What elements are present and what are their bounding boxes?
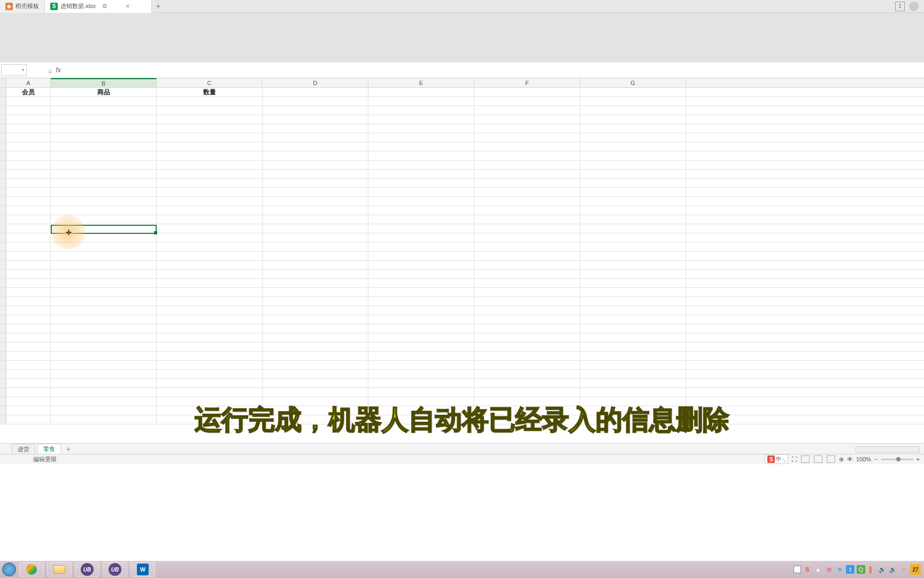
- cell[interactable]: [474, 133, 580, 142]
- cell[interactable]: [474, 352, 580, 360]
- cell[interactable]: [580, 124, 686, 133]
- cell[interactable]: [263, 133, 368, 142]
- row-header[interactable]: [0, 151, 6, 160]
- name-box[interactable]: ▾: [1, 64, 27, 76]
- cell[interactable]: [263, 188, 368, 196]
- cell[interactable]: [51, 124, 157, 133]
- cell[interactable]: [157, 361, 263, 369]
- row-header[interactable]: [0, 261, 6, 269]
- cell[interactable]: [580, 370, 686, 378]
- cell[interactable]: [157, 352, 263, 360]
- cell[interactable]: [368, 188, 474, 196]
- cell[interactable]: [6, 406, 51, 415]
- cell[interactable]: [474, 370, 580, 378]
- cell[interactable]: [157, 206, 263, 215]
- cell[interactable]: [580, 361, 686, 369]
- cell[interactable]: [263, 142, 368, 151]
- row-header[interactable]: [0, 297, 6, 306]
- row-header[interactable]: [0, 343, 6, 351]
- col-header-e[interactable]: E: [368, 78, 474, 87]
- cell[interactable]: [580, 343, 686, 351]
- cell[interactable]: [580, 306, 686, 315]
- cell[interactable]: [474, 306, 580, 315]
- cell[interactable]: [6, 224, 51, 233]
- horizontal-scrollbar[interactable]: [856, 446, 920, 453]
- cell[interactable]: [368, 352, 474, 360]
- cell[interactable]: [6, 270, 51, 278]
- cell[interactable]: [368, 106, 474, 115]
- tray-t-icon[interactable]: t: [846, 565, 854, 574]
- cell[interactable]: [368, 297, 474, 306]
- cell[interactable]: [6, 379, 51, 387]
- cell[interactable]: [580, 179, 686, 187]
- cell[interactable]: [6, 242, 51, 251]
- cell[interactable]: [368, 124, 474, 133]
- cell[interactable]: [368, 379, 474, 387]
- tab-spreadsheet[interactable]: S 进销数据.xlsx ⧉ ×: [45, 0, 152, 13]
- cell[interactable]: [263, 370, 368, 378]
- cell[interactable]: [6, 188, 51, 196]
- formula-input[interactable]: [63, 64, 924, 76]
- tray-volume-icon[interactable]: 🔊: [878, 565, 887, 574]
- cell[interactable]: [368, 161, 474, 169]
- zoom-value[interactable]: 100%: [856, 456, 871, 462]
- cell[interactable]: [51, 406, 157, 415]
- row-header[interactable]: [0, 270, 6, 278]
- cell[interactable]: [580, 206, 686, 215]
- cell[interactable]: [6, 133, 51, 142]
- taskbar-ub1[interactable]: UB: [75, 562, 99, 577]
- cell[interactable]: [368, 151, 474, 160]
- cell[interactable]: [263, 161, 368, 169]
- cell[interactable]: [580, 142, 686, 151]
- tray-sun-icon[interactable]: ☀: [899, 565, 908, 574]
- cell[interactable]: [368, 206, 474, 215]
- cell[interactable]: [368, 215, 474, 224]
- cell[interactable]: [580, 106, 686, 115]
- cell[interactable]: [474, 215, 580, 224]
- cell[interactable]: [580, 224, 686, 233]
- cell[interactable]: [580, 88, 686, 96]
- cell[interactable]: [474, 115, 580, 124]
- cell[interactable]: [474, 88, 580, 96]
- cell[interactable]: [474, 315, 580, 324]
- cell[interactable]: [157, 324, 263, 333]
- cell[interactable]: [51, 297, 157, 306]
- cell[interactable]: [580, 315, 686, 324]
- cell[interactable]: [368, 88, 474, 96]
- cell[interactable]: [580, 333, 686, 342]
- row-header[interactable]: [0, 197, 6, 206]
- cell[interactable]: [6, 97, 51, 105]
- cell[interactable]: [157, 142, 263, 151]
- cell[interactable]: [580, 288, 686, 296]
- tray-date[interactable]: 27: [910, 564, 921, 575]
- cell[interactable]: [263, 379, 368, 387]
- cell[interactable]: [580, 352, 686, 360]
- cell[interactable]: [51, 352, 157, 360]
- cell[interactable]: [368, 333, 474, 342]
- row-header[interactable]: [0, 233, 6, 242]
- row-header[interactable]: [0, 315, 6, 324]
- row-header[interactable]: [0, 133, 6, 142]
- cell[interactable]: [51, 97, 157, 105]
- row-header[interactable]: [0, 388, 6, 397]
- cell[interactable]: [368, 97, 474, 105]
- cell[interactable]: [474, 270, 580, 278]
- zoom-out-button[interactable]: −: [874, 456, 877, 462]
- cell[interactable]: [368, 343, 474, 351]
- cell[interactable]: [580, 233, 686, 242]
- spreadsheet-grid[interactable]: 会员 商品 数量 36 ✛: [0, 88, 924, 426]
- cell[interactable]: [474, 233, 580, 242]
- view-normal-icon[interactable]: [801, 455, 810, 463]
- cell[interactable]: [51, 151, 157, 160]
- cell[interactable]: [157, 288, 263, 296]
- cell[interactable]: [368, 170, 474, 178]
- row-header[interactable]: [0, 242, 6, 251]
- tray-network-icon[interactable]: 🔊: [889, 565, 897, 574]
- cell[interactable]: [6, 106, 51, 115]
- cell[interactable]: [263, 306, 368, 315]
- cell[interactable]: [474, 106, 580, 115]
- taskbar-explorer[interactable]: [47, 562, 72, 577]
- cell[interactable]: [368, 142, 474, 151]
- cell[interactable]: [580, 133, 686, 142]
- cell[interactable]: [368, 233, 474, 242]
